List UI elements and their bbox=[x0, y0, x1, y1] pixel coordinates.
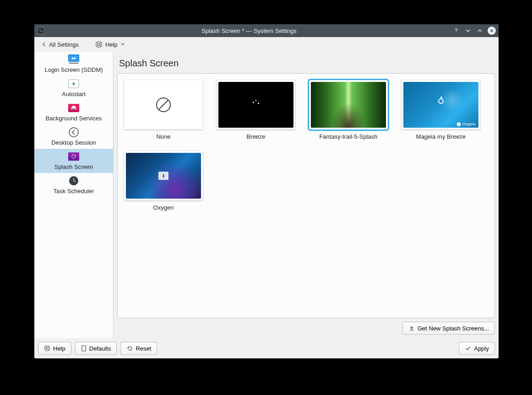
apply-label: Apply bbox=[474, 345, 489, 352]
sidebar-item-desktop-session[interactable]: Desktop Session bbox=[34, 124, 113, 149]
svg-point-3 bbox=[98, 43, 100, 46]
undo-icon bbox=[126, 345, 133, 352]
help-button[interactable]: Help bbox=[38, 342, 71, 355]
all-settings-label: All Settings bbox=[49, 41, 79, 48]
theme-oxygen[interactable]: ⬇ Oxygen bbox=[124, 151, 203, 211]
lifebuoy-icon bbox=[95, 41, 103, 48]
system-settings-window: Splash Screen * — System Settings ? All … bbox=[34, 24, 499, 358]
main: Splash Screen None Breeze Fantasy bbox=[114, 52, 499, 338]
service-bell-icon bbox=[66, 103, 81, 113]
reset-button[interactable]: Reset bbox=[120, 342, 157, 355]
sidebar-item-login-screen[interactable]: Login Screen (SDDM) bbox=[34, 52, 113, 76]
svg-rect-11 bbox=[71, 108, 77, 109]
get-new-row: Get New Splash Screens... bbox=[117, 322, 495, 335]
oxygen-preview: ⬇ bbox=[126, 153, 201, 199]
reset-label: Reset bbox=[136, 345, 151, 352]
document-icon bbox=[81, 345, 87, 352]
theme-mageia-my-breeze[interactable]: ⬤ mageia Mageia my Breeze bbox=[402, 80, 480, 140]
all-settings-button[interactable]: All Settings bbox=[38, 40, 82, 49]
footer: Help Defaults Reset Apply bbox=[34, 338, 499, 358]
theme-breeze[interactable]: Breeze bbox=[217, 80, 295, 140]
svg-rect-14 bbox=[68, 152, 79, 157]
titlebar: Splash Screen * — System Settings ? bbox=[34, 24, 499, 37]
svg-point-20 bbox=[46, 347, 48, 349]
svg-rect-6 bbox=[72, 58, 76, 59]
help-icon[interactable]: ? bbox=[452, 27, 460, 35]
window-title: Splash Screen * — System Settings bbox=[46, 27, 452, 34]
get-new-label: Get New Splash Screens... bbox=[418, 325, 489, 332]
theme-label: None bbox=[156, 133, 170, 140]
session-back-icon bbox=[66, 127, 81, 137]
sidebar-item-label: Background Services bbox=[46, 115, 102, 122]
sidebar-item-label: Autostart bbox=[62, 91, 86, 97]
monitor-icon bbox=[66, 54, 81, 65]
none-icon bbox=[126, 82, 201, 128]
chevron-left-icon bbox=[42, 42, 46, 47]
help-menu-button[interactable]: Help bbox=[92, 39, 129, 49]
play-icon bbox=[66, 79, 81, 89]
defaults-label: Defaults bbox=[89, 345, 111, 352]
sidebar-item-label: Login Screen (SDDM) bbox=[44, 66, 103, 73]
svg-rect-7 bbox=[69, 63, 78, 64]
sidebar: Login Screen (SDDM) Autostart Background… bbox=[34, 52, 114, 338]
clock-icon bbox=[66, 176, 81, 186]
close-icon[interactable] bbox=[488, 27, 496, 35]
help-menu-label: Help bbox=[105, 41, 118, 48]
page-title: Splash Screen bbox=[119, 58, 495, 69]
apply-button[interactable]: Apply bbox=[459, 342, 495, 355]
toolbar: All Settings Help bbox=[34, 37, 499, 52]
sidebar-item-label: Splash Screen bbox=[54, 163, 93, 170]
sidebar-item-autostart[interactable]: Autostart bbox=[34, 76, 113, 100]
window-controls: ? bbox=[452, 27, 496, 35]
splash-theme-list: None Breeze Fantasy-trail-5-Splash ⬤ mag… bbox=[117, 73, 495, 318]
theme-label: Breeze bbox=[246, 133, 265, 140]
minimize-icon[interactable] bbox=[464, 27, 472, 35]
download-icon bbox=[408, 325, 415, 331]
fantasy-trail-preview bbox=[311, 82, 386, 128]
theme-fantasy-trail[interactable]: Fantasy-trail-5-Splash bbox=[309, 80, 388, 140]
app-icon bbox=[37, 27, 44, 34]
theme-none[interactable]: None bbox=[124, 80, 203, 140]
theme-label: Fantasy-trail-5-Splash bbox=[319, 133, 377, 140]
sidebar-item-task-scheduler[interactable]: Task Scheduler bbox=[34, 173, 113, 197]
svg-point-12 bbox=[69, 128, 78, 137]
breeze-preview bbox=[218, 82, 293, 128]
help-label: Help bbox=[53, 345, 65, 352]
svg-text:?: ? bbox=[455, 27, 458, 34]
lifebuoy-icon bbox=[44, 345, 50, 352]
sidebar-item-splash-screen[interactable]: Splash Screen bbox=[34, 149, 113, 173]
sidebar-item-label: Task Scheduler bbox=[54, 188, 94, 195]
get-new-splash-button[interactable]: Get New Splash Screens... bbox=[402, 322, 495, 335]
theme-label: Oxygen bbox=[153, 204, 174, 211]
chevron-down-icon bbox=[120, 42, 125, 47]
defaults-button[interactable]: Defaults bbox=[75, 342, 117, 355]
check-icon bbox=[465, 345, 471, 352]
body: Login Screen (SDDM) Autostart Background… bbox=[34, 52, 499, 338]
maximize-icon[interactable] bbox=[476, 27, 484, 35]
mageia-preview: ⬤ mageia bbox=[403, 82, 478, 128]
sidebar-item-label: Desktop Session bbox=[51, 139, 96, 146]
theme-label: Mageia my Breeze bbox=[416, 133, 466, 140]
sidebar-item-background-services[interactable]: Background Services bbox=[34, 100, 113, 124]
splash-icon bbox=[66, 152, 81, 162]
